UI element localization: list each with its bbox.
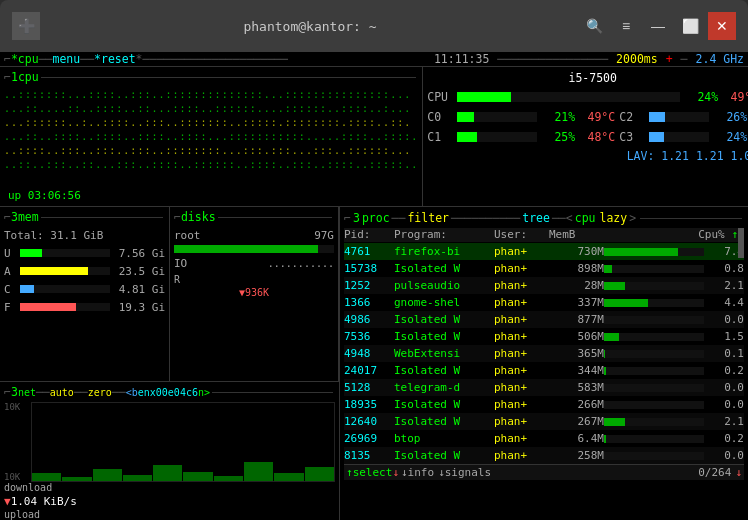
window-titlebar: ➕ phantom@kantor: ~ 🔍 ≡ — ⬜ ✕ (0, 0, 748, 52)
cpu-model-header: i5-7500 (427, 69, 748, 87)
proc-user: phan+ (494, 313, 549, 326)
col-pid-header: Pid: (344, 228, 394, 242)
proc-cpu-pct: 0.0 (704, 313, 744, 326)
tree-tag: tree (522, 211, 550, 225)
proc-cpu-pct: 0.8 (704, 262, 744, 275)
proc-mem: 583M (549, 381, 604, 394)
col-cpu-bar-header (604, 228, 698, 242)
graph-row-3: ...::::::..:..::::..:::..:::::::..:::::.… (4, 115, 418, 129)
info-label[interactable]: ↓info (399, 466, 436, 479)
proc-prog: Isolated W (394, 398, 494, 411)
disk-swap-text: ▼936K (239, 287, 269, 298)
proc-pid: 4761 (344, 245, 394, 258)
mem-a-bar (20, 267, 110, 275)
proc-row[interactable]: 18935 Isolated W phan+ 266M 0.0 (344, 396, 744, 413)
scroll-thumb[interactable] (738, 228, 744, 258)
disk-io-dots: ........... (268, 258, 334, 269)
proc-prog: telegram-d (394, 381, 494, 394)
proc-cpu-bar (604, 384, 704, 392)
window-title: phantom@kantor: ~ (243, 19, 376, 34)
graph-dots-5: ..::::..:::..:::..:::..::::::::...:::.::… (4, 145, 411, 156)
proc-pid: 4948 (344, 347, 394, 360)
add-button[interactable]: ➕ (12, 12, 40, 40)
graph-row-1: ..:::::::...::::..:::..::::::::::::::...… (4, 87, 418, 101)
proc-row[interactable]: 4948 WebExtensi phan+ 365M 0.1 (344, 345, 744, 362)
net-bars (31, 402, 335, 482)
content-top: ⌐ 1 cpu ..:::::::...::::..:::..:::::::::… (0, 67, 748, 207)
proc-cpu-pct: 4.4 (704, 296, 744, 309)
net-panel: ⌐ 3 net ── auto ── zero ── <b enx00e04c6… (0, 382, 339, 520)
proc-row[interactable]: 4761 firefox-bi phan+ 730M 7.4 (344, 243, 744, 260)
top-bar-right: ──────────────── 2000ms + ─ 2.4 GHz (497, 52, 744, 66)
mem-a-val: 23.5 Gi (110, 265, 165, 278)
terminal: ⌐ *cpu ── menu ── *reset *──────────────… (0, 52, 748, 520)
cpu-title: cpu (18, 70, 39, 84)
proc-user: phan+ (494, 330, 549, 343)
proc-cpu-bar (604, 333, 704, 341)
mem-panel: ⌐ 3 mem Total: 31.1 GiB U 7.56 Gi (0, 207, 170, 381)
cpu-panel-header: ⌐ 1 cpu (4, 69, 418, 85)
proc-mem: 258M (549, 449, 604, 462)
proc-cpu-bar (604, 248, 704, 256)
disk-io-val-row: R (174, 271, 334, 287)
net-dl-val: 1.04 KiB/s (11, 495, 77, 508)
proc-row[interactable]: 1252 pulseaudio phan+ 28M 2.1 (344, 277, 744, 294)
proc-user: phan+ (494, 364, 549, 377)
minimize-button[interactable]: — (644, 12, 672, 40)
proc-mem: 877M (549, 313, 604, 326)
mem-c-val: 4.81 Gi (110, 283, 165, 296)
signals-label[interactable]: ↓signals (436, 466, 493, 479)
proc-row[interactable]: 8135 Isolated W phan+ 258M 0.0 (344, 447, 744, 464)
net-dl-row: ▼ 1.04 KiB/s (4, 493, 335, 509)
mem-c-label: C (4, 283, 20, 296)
proc-row[interactable]: 12640 Isolated W phan+ 267M 2.1 (344, 413, 744, 430)
disk-root-val: 97G (314, 229, 334, 242)
proc-scrollbar[interactable] (738, 228, 744, 242)
proc-pid: 4986 (344, 313, 394, 326)
net-scale: 10K 10K (4, 402, 29, 482)
net-dl-section: download (4, 482, 335, 493)
select-label[interactable]: select (353, 466, 393, 479)
proc-mem: 266M (549, 398, 604, 411)
proc-row[interactable]: 15738 Isolated W phan+ 898M 0.8 (344, 260, 744, 277)
time-display: 11:11:35 (426, 52, 497, 66)
proc-row[interactable]: 4986 Isolated W phan+ 877M 0.0 (344, 311, 744, 328)
mem-f-val: 19.3 Gi (110, 301, 165, 314)
disk-root-row: root 97G (174, 227, 334, 243)
graph-row-6: ..::..:::..::...:::..::::..::::::..::::.… (4, 157, 418, 171)
search-button[interactable]: 🔍 (580, 12, 608, 40)
proc-row[interactable]: 26969 btop phan+ 6.4M 0.2 (344, 430, 744, 447)
lazy-tag: lazy (600, 211, 628, 225)
disk-io-label: IO (174, 257, 268, 270)
proc-row[interactable]: 5128 telegram-d phan+ 583M 0.0 (344, 379, 744, 396)
proc-pid: 24017 (344, 364, 394, 377)
reset-tab[interactable]: *reset (94, 52, 136, 66)
cpu-tab[interactable]: *cpu (11, 52, 39, 66)
proc-user: phan+ (494, 449, 549, 462)
proc-prog: Isolated W (394, 449, 494, 462)
close-button[interactable]: ✕ (708, 12, 736, 40)
proc-user: phan+ (494, 398, 549, 411)
net-tag: net (18, 387, 36, 398)
proc-row[interactable]: 1366 gnome-shel phan+ 337M 4.4 (344, 294, 744, 311)
menu-button[interactable]: ≡ (612, 12, 640, 40)
cpu-graph-panel: ⌐ 1 cpu ..:::::::...::::..:::..:::::::::… (0, 67, 423, 206)
proc-cpu-bar (604, 401, 704, 409)
proc-row[interactable]: 7536 Isolated W phan+ 506M 1.5 (344, 328, 744, 345)
window-controls-left: ➕ (12, 12, 40, 40)
sort-arrow: ↑ (731, 228, 738, 241)
c3-pct: 24% (709, 130, 747, 144)
disks-panel: ⌐ disks root 97G IO ........... (170, 207, 339, 381)
c1-label: C1 (427, 130, 457, 144)
menu-tab[interactable]: menu (53, 52, 81, 66)
freq-display: 2.4 GHz (696, 52, 744, 66)
maximize-button[interactable]: ⬜ (676, 12, 704, 40)
c2-label: C2 (619, 110, 649, 124)
proc-row[interactable]: 24017 Isolated W phan+ 344M 0.2 (344, 362, 744, 379)
cpu-sort-tag: cpu (575, 211, 596, 225)
cpu-c1-col: C1 25% 48°C (427, 127, 615, 147)
cpu-core-stats-row2: C1 25% 48°C C3 24% (427, 127, 748, 147)
proc-cpu-pct: 2.1 (704, 415, 744, 428)
c1-pct: 25% (537, 130, 575, 144)
c0-label: C0 (427, 110, 457, 124)
